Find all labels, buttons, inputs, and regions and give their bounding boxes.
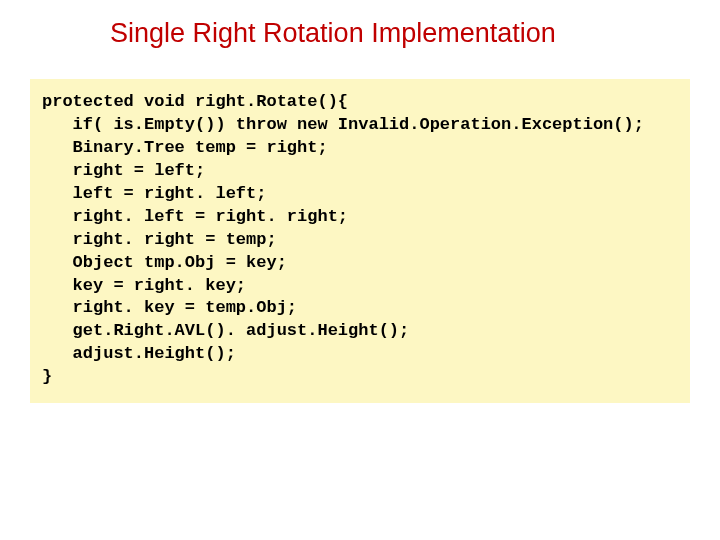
- code-block: protected void right.Rotate(){ if( is.Em…: [30, 79, 690, 403]
- slide-title: Single Right Rotation Implementation: [0, 0, 720, 49]
